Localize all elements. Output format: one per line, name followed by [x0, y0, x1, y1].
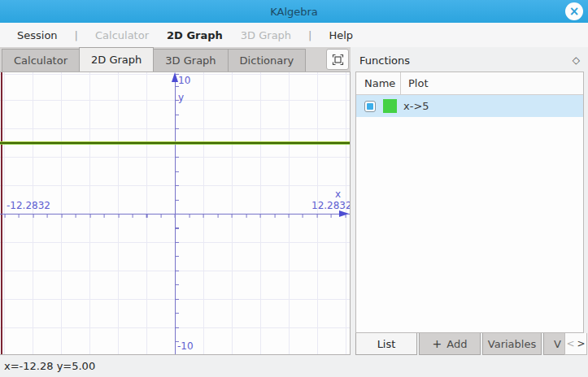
scroll-left-button: <	[565, 333, 576, 354]
checkbox-checked-mark	[367, 103, 373, 110]
tab-scroll-buttons: < >	[564, 333, 587, 355]
menu-2d-graph[interactable]: 2D Graph	[158, 29, 232, 41]
column-header-plot[interactable]: Plot	[401, 72, 429, 94]
fit-to-view-icon	[332, 54, 344, 66]
dock-tab-add[interactable]: + Add	[419, 333, 481, 355]
main-tabbar: Calculator 2D Graph 3D Graph Dictionary	[0, 47, 351, 72]
dock-tab-variables[interactable]: Variables	[482, 333, 542, 355]
close-button[interactable]: ×	[565, 2, 583, 20]
dock-tab-clipped-label: V	[554, 338, 561, 350]
dock-tab-clipped[interactable]: V	[543, 333, 566, 355]
menu-help[interactable]: Help	[320, 29, 362, 41]
x-min-label: -12.2832	[7, 200, 50, 211]
float-dock-icon[interactable]: ◇	[573, 54, 580, 66]
scroll-right-button[interactable]: >	[576, 333, 586, 354]
titlebar[interactable]: KAlgebra ×	[0, 0, 588, 23]
menu-separator: |	[67, 29, 86, 41]
y-max-label: 10	[178, 75, 190, 86]
plus-icon: +	[433, 337, 442, 350]
x-max-label: 12.2832	[311, 200, 351, 211]
function-expression: x->5	[403, 100, 429, 112]
tab-dictionary[interactable]: Dictionary	[228, 49, 307, 72]
function-visible-checkbox[interactable]	[364, 101, 376, 112]
statusbar: x=-12.28 y=5.00	[0, 355, 588, 377]
menubar: Session | Calculator 2D Graph 3D Graph |…	[0, 23, 588, 47]
dock-tabbar: List + Add Variables V < >	[351, 333, 588, 355]
menu-calculator: Calculator	[86, 29, 158, 41]
dock-tab-add-label: Add	[446, 338, 467, 350]
dock-tab-list-label: List	[377, 338, 396, 350]
tab-3d-graph[interactable]: 3D Graph	[153, 49, 228, 72]
function-row[interactable]: x->5	[356, 95, 583, 117]
x-axis	[0, 214, 350, 214]
tab-2d-graph[interactable]: 2D Graph	[79, 47, 154, 72]
y-axis	[175, 77, 176, 354]
functions-dock: Functions ◇ Name Plot x->5 List	[351, 47, 588, 355]
menu-separator: |	[300, 29, 320, 41]
chevron-left-icon: <	[566, 338, 574, 349]
y-min-label: -10	[177, 340, 194, 352]
dock-titlebar: Functions ◇	[351, 50, 588, 70]
dock-tab-variables-label: Variables	[488, 338, 536, 350]
fit-to-view-button[interactable]	[326, 49, 349, 70]
chevron-right-icon: >	[577, 338, 585, 349]
graph-2d-canvas[interactable]: 10 y -12.2832 x 12.2832 -10	[0, 72, 351, 355]
column-header-name[interactable]: Name	[356, 72, 401, 94]
x-axis-label: x	[335, 188, 341, 200]
table-header: Name Plot	[356, 72, 583, 95]
window-title: KAlgebra	[270, 6, 318, 18]
y-axis-arrow-icon	[172, 72, 178, 82]
menu-session[interactable]: Session	[8, 29, 67, 41]
dock-tab-list[interactable]: List	[355, 333, 417, 355]
tab-calculator[interactable]: Calculator	[2, 49, 80, 72]
cursor-coordinates: x=-12.28 y=5.00	[4, 360, 95, 372]
main-area: Calculator 2D Graph 3D Graph Dictionary	[0, 47, 588, 355]
graph-pane: Calculator 2D Graph 3D Graph Dictionary	[0, 47, 351, 355]
function-color-swatch	[383, 99, 397, 113]
function-plot-line	[0, 141, 350, 145]
x-axis-arrow-icon	[339, 210, 349, 217]
kalgebra-window: KAlgebra × Session | Calculator 2D Graph…	[0, 0, 588, 377]
functions-table: Name Plot x->5	[355, 72, 584, 333]
dock-title-text: Functions	[359, 54, 410, 67]
close-icon: ×	[569, 6, 580, 18]
y-axis-label: y	[178, 92, 184, 103]
menu-3d-graph: 3D Graph	[232, 29, 300, 41]
